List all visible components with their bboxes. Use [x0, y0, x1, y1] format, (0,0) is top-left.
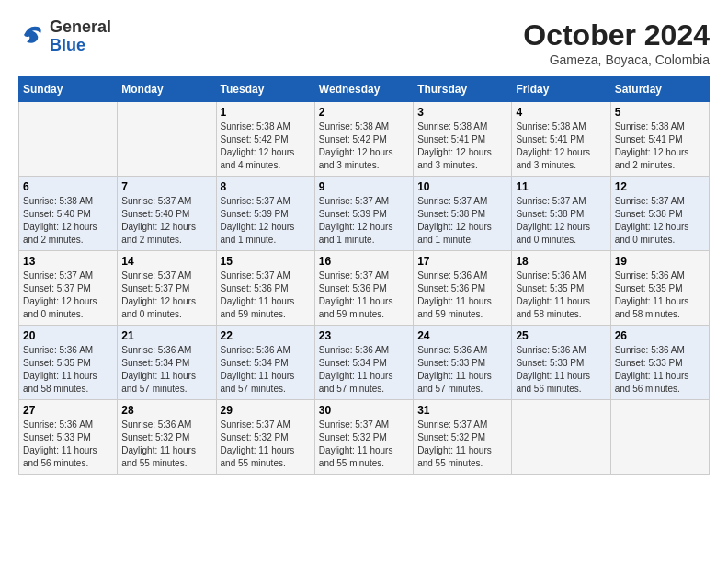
day-number: 9 — [319, 180, 409, 193]
calendar-cell: 24Sunrise: 5:36 AMSunset: 5:33 PMDayligh… — [414, 326, 512, 400]
calendar-cell: 17Sunrise: 5:36 AMSunset: 5:36 PMDayligh… — [414, 251, 512, 326]
cell-info: Sunrise: 5:36 AMSunset: 5:33 PMDaylight:… — [417, 344, 507, 396]
calendar-cell: 11Sunrise: 5:37 AMSunset: 5:38 PMDayligh… — [512, 177, 610, 251]
day-number: 25 — [516, 329, 606, 342]
day-number: 30 — [319, 404, 409, 417]
day-number: 29 — [221, 404, 311, 417]
day-number: 10 — [417, 180, 507, 193]
day-number: 11 — [516, 180, 606, 193]
header-monday: Monday — [118, 77, 216, 102]
day-number: 31 — [417, 404, 507, 417]
day-number: 14 — [121, 255, 211, 268]
calendar-cell: 8Sunrise: 5:37 AMSunset: 5:39 PMDaylight… — [216, 177, 314, 251]
day-number: 28 — [121, 404, 211, 417]
day-number: 20 — [23, 329, 113, 342]
cell-info: Sunrise: 5:37 AMSunset: 5:36 PMDaylight:… — [319, 270, 409, 321]
cell-info: Sunrise: 5:36 AMSunset: 5:34 PMDaylight:… — [221, 344, 311, 396]
cell-info: Sunrise: 5:38 AMSunset: 5:42 PMDaylight:… — [319, 121, 409, 172]
calendar-cell: 3Sunrise: 5:38 AMSunset: 5:41 PMDaylight… — [414, 102, 512, 177]
calendar-week-row: 13Sunrise: 5:37 AMSunset: 5:37 PMDayligh… — [19, 251, 710, 326]
header-tuesday: Tuesday — [216, 77, 314, 102]
cell-info: Sunrise: 5:38 AMSunset: 5:42 PMDaylight:… — [221, 121, 311, 172]
cell-info: Sunrise: 5:36 AMSunset: 5:36 PMDaylight:… — [417, 270, 507, 321]
title-block: October 2024 Gameza, Boyaca, Colombia — [523, 18, 710, 67]
day-number: 7 — [121, 180, 211, 193]
calendar-cell — [118, 102, 216, 177]
logo: General Blue — [18, 18, 111, 55]
calendar-cell: 10Sunrise: 5:37 AMSunset: 5:38 PMDayligh… — [414, 177, 512, 251]
cell-info: Sunrise: 5:37 AMSunset: 5:39 PMDaylight:… — [221, 195, 311, 247]
calendar-cell: 20Sunrise: 5:36 AMSunset: 5:35 PMDayligh… — [19, 326, 118, 400]
calendar-cell: 14Sunrise: 5:37 AMSunset: 5:37 PMDayligh… — [118, 251, 216, 326]
calendar-cell: 9Sunrise: 5:37 AMSunset: 5:39 PMDaylight… — [314, 177, 413, 251]
calendar-cell: 12Sunrise: 5:37 AMSunset: 5:38 PMDayligh… — [610, 177, 709, 251]
calendar-week-row: 6Sunrise: 5:38 AMSunset: 5:40 PMDaylight… — [19, 177, 710, 251]
cell-info: Sunrise: 5:38 AMSunset: 5:41 PMDaylight:… — [615, 121, 705, 172]
day-number: 16 — [319, 255, 409, 268]
day-number: 18 — [516, 255, 606, 268]
calendar-cell: 4Sunrise: 5:38 AMSunset: 5:41 PMDaylight… — [512, 102, 610, 177]
cell-info: Sunrise: 5:38 AMSunset: 5:41 PMDaylight:… — [516, 121, 606, 172]
calendar-cell: 21Sunrise: 5:36 AMSunset: 5:34 PMDayligh… — [118, 326, 216, 400]
cell-info: Sunrise: 5:37 AMSunset: 5:38 PMDaylight:… — [417, 195, 507, 247]
day-number: 5 — [615, 106, 705, 119]
header-friday: Friday — [512, 77, 610, 102]
calendar-cell — [512, 400, 610, 475]
page-header: General Blue October 2024 Gameza, Boyaca… — [18, 18, 710, 67]
day-number: 22 — [221, 329, 311, 342]
calendar-cell: 5Sunrise: 5:38 AMSunset: 5:41 PMDaylight… — [610, 102, 709, 177]
calendar-cell — [19, 102, 118, 177]
cell-info: Sunrise: 5:37 AMSunset: 5:32 PMDaylight:… — [417, 419, 507, 470]
cell-info: Sunrise: 5:36 AMSunset: 5:35 PMDaylight:… — [615, 270, 705, 321]
cell-info: Sunrise: 5:36 AMSunset: 5:33 PMDaylight:… — [516, 344, 606, 396]
cell-info: Sunrise: 5:37 AMSunset: 5:38 PMDaylight:… — [615, 195, 705, 247]
calendar-week-row: 1Sunrise: 5:38 AMSunset: 5:42 PMDaylight… — [19, 102, 710, 177]
calendar-week-row: 20Sunrise: 5:36 AMSunset: 5:35 PMDayligh… — [19, 326, 710, 400]
calendar-cell: 23Sunrise: 5:36 AMSunset: 5:34 PMDayligh… — [314, 326, 413, 400]
cell-info: Sunrise: 5:36 AMSunset: 5:35 PMDaylight:… — [23, 344, 113, 396]
cell-info: Sunrise: 5:37 AMSunset: 5:36 PMDaylight:… — [221, 270, 311, 321]
day-number: 21 — [121, 329, 211, 342]
cell-info: Sunrise: 5:36 AMSunset: 5:34 PMDaylight:… — [121, 344, 211, 396]
cell-info: Sunrise: 5:36 AMSunset: 5:34 PMDaylight:… — [319, 344, 409, 396]
day-number: 26 — [615, 329, 705, 342]
calendar-cell: 13Sunrise: 5:37 AMSunset: 5:37 PMDayligh… — [19, 251, 118, 326]
day-number: 19 — [615, 255, 705, 268]
cell-info: Sunrise: 5:37 AMSunset: 5:38 PMDaylight:… — [516, 195, 606, 247]
cell-info: Sunrise: 5:37 AMSunset: 5:32 PMDaylight:… — [319, 419, 409, 470]
calendar-cell: 29Sunrise: 5:37 AMSunset: 5:32 PMDayligh… — [216, 400, 314, 475]
day-number: 15 — [221, 255, 311, 268]
day-number: 8 — [221, 180, 311, 193]
calendar-cell: 18Sunrise: 5:36 AMSunset: 5:35 PMDayligh… — [512, 251, 610, 326]
calendar-cell — [610, 400, 709, 475]
cell-info: Sunrise: 5:36 AMSunset: 5:32 PMDaylight:… — [121, 419, 211, 470]
cell-info: Sunrise: 5:36 AMSunset: 5:35 PMDaylight:… — [516, 270, 606, 321]
header-saturday: Saturday — [610, 77, 709, 102]
day-number: 27 — [23, 404, 113, 417]
day-number: 1 — [221, 106, 311, 119]
cell-info: Sunrise: 5:37 AMSunset: 5:40 PMDaylight:… — [121, 195, 211, 247]
calendar-cell: 16Sunrise: 5:37 AMSunset: 5:36 PMDayligh… — [314, 251, 413, 326]
calendar-cell: 26Sunrise: 5:36 AMSunset: 5:33 PMDayligh… — [610, 326, 709, 400]
calendar-cell: 1Sunrise: 5:38 AMSunset: 5:42 PMDaylight… — [216, 102, 314, 177]
calendar-cell: 31Sunrise: 5:37 AMSunset: 5:32 PMDayligh… — [414, 400, 512, 475]
cell-info: Sunrise: 5:37 AMSunset: 5:39 PMDaylight:… — [319, 195, 409, 247]
calendar-cell: 30Sunrise: 5:37 AMSunset: 5:32 PMDayligh… — [314, 400, 413, 475]
logo-icon — [18, 21, 46, 52]
calendar-table: Sunday Monday Tuesday Wednesday Thursday… — [18, 76, 710, 475]
cell-info: Sunrise: 5:36 AMSunset: 5:33 PMDaylight:… — [23, 419, 113, 470]
cell-info: Sunrise: 5:38 AMSunset: 5:40 PMDaylight:… — [23, 195, 113, 247]
calendar-cell: 22Sunrise: 5:36 AMSunset: 5:34 PMDayligh… — [216, 326, 314, 400]
logo-text: General Blue — [50, 18, 111, 55]
calendar-header-row: Sunday Monday Tuesday Wednesday Thursday… — [19, 77, 710, 102]
cell-info: Sunrise: 5:37 AMSunset: 5:32 PMDaylight:… — [221, 419, 311, 470]
calendar-cell: 2Sunrise: 5:38 AMSunset: 5:42 PMDaylight… — [314, 102, 413, 177]
day-number: 3 — [417, 106, 507, 119]
cell-info: Sunrise: 5:36 AMSunset: 5:33 PMDaylight:… — [615, 344, 705, 396]
header-wednesday: Wednesday — [314, 77, 413, 102]
logo-blue: Blue — [50, 36, 85, 54]
day-number: 17 — [417, 255, 507, 268]
day-number: 24 — [417, 329, 507, 342]
header-sunday: Sunday — [19, 77, 118, 102]
header-thursday: Thursday — [414, 77, 512, 102]
